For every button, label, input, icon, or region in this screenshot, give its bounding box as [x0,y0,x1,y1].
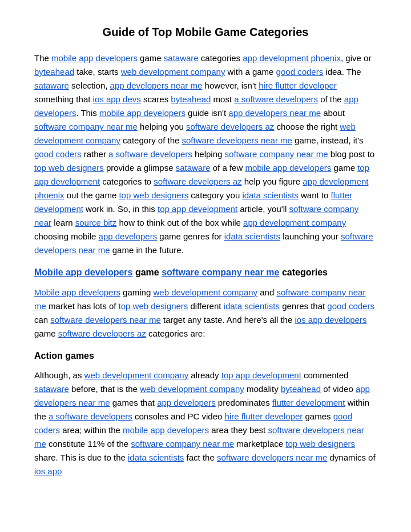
inline-link[interactable]: idata scientists [128,453,184,462]
inline-link[interactable]: top app development [221,370,301,380]
inline-link[interactable]: idata scientists [224,231,280,241]
inline-link[interactable]: app developers [99,231,158,241]
inline-link[interactable]: byteahead [34,67,74,77]
inline-link[interactable]: source bitz [75,218,117,227]
inline-link[interactable]: good coders [276,67,324,77]
inline-link[interactable]: app developers [157,398,216,407]
inline-link[interactable]: a software developers [108,149,192,159]
inline-link[interactable]: software developers near me [34,231,373,255]
inline-link[interactable]: software company near me [131,439,234,449]
inline-link[interactable]: software developers near me [50,315,160,325]
inline-link[interactable]: mobile app developers [51,53,138,63]
inline-link[interactable]: software developers az [58,329,146,338]
inline-link[interactable]: sataware [164,53,199,63]
inline-link[interactable]: ios app [34,466,62,476]
inline-link[interactable]: ios app developers [295,315,366,325]
inline-link[interactable]: web development company [140,384,244,394]
paragraph-2: Mobile app developers gaming web develop… [34,286,377,341]
inline-link[interactable]: a software developers [49,411,132,421]
inline-link[interactable]: web development company [153,287,257,297]
inline-link[interactable]: software company near me [34,122,138,131]
inline-link[interactable]: top web designers [119,190,188,200]
inline-link[interactable]: app developers near me [110,81,203,90]
paragraph-1: The mobile app developers game sataware … [34,51,377,257]
inline-link[interactable]: flutter development [272,398,345,407]
paragraph-3: Although, as web development company alr… [34,369,377,478]
inline-link[interactable]: top web designers [285,439,355,449]
inline-link[interactable]: software developers near me [182,135,292,145]
inline-link[interactable]: sataware [34,81,69,90]
inline-link[interactable]: web development company [84,370,189,380]
section-heading-3: Action games [34,349,377,363]
inline-link[interactable]: app development company [243,218,346,227]
inline-link[interactable]: hire flutter developer [225,411,303,421]
inline-link[interactable]: idata scientists [224,301,280,311]
inline-link[interactable]: Mobile app developers [34,267,132,277]
section-heading-2: Mobile app developers game software comp… [34,265,377,280]
inline-link[interactable]: web development company [121,67,225,77]
inline-link[interactable]: sataware [176,163,211,173]
inline-link[interactable]: a software developers [234,94,318,104]
inline-link[interactable]: byteahead [281,384,321,394]
inline-link[interactable]: idata scientists [242,190,298,200]
inline-link[interactable]: mobile app developers [123,425,209,435]
inline-link[interactable]: ios app devs [93,94,141,104]
inline-link[interactable]: Mobile app developers [34,287,120,297]
inline-link[interactable]: mobile app developers [99,108,186,118]
inline-link[interactable]: good coders [34,149,82,159]
inline-link[interactable]: hire flutter developer [259,81,337,90]
inline-link[interactable]: top web designers [119,301,188,311]
inline-link[interactable]: top web designers [34,163,104,173]
inline-link[interactable]: software company near me [225,149,328,159]
page-title: Guide of Top Mobile Game Categories [34,23,377,41]
inline-link[interactable]: software developers az [186,122,274,131]
inline-link[interactable]: app developers near me [228,108,321,118]
inline-link[interactable]: software developers az [154,177,241,186]
inline-link[interactable]: sataware [34,384,69,394]
inline-link[interactable]: mobile app developers [245,163,331,173]
inline-link[interactable]: app development phoenix [243,53,341,63]
inline-link[interactable]: software developers near me [217,453,327,462]
inline-link[interactable]: byteahead [171,94,211,104]
inline-link[interactable]: good coders [327,301,374,311]
inline-link[interactable]: top app development [158,204,237,214]
inline-link[interactable]: software company near me [162,267,279,277]
